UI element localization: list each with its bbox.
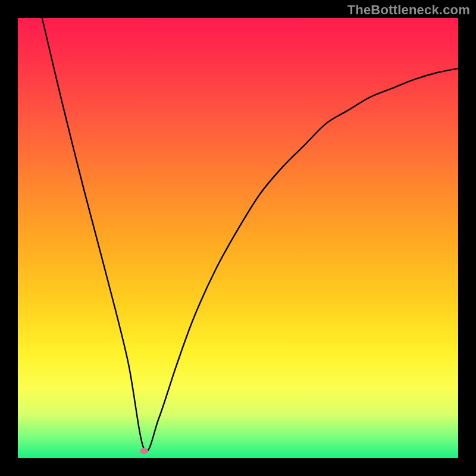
watermark-text: TheBottleneck.com: [347, 2, 470, 18]
plot-area: [18, 18, 458, 458]
bottleneck-curve: [18, 18, 458, 458]
chart-frame: TheBottleneck.com: [0, 0, 476, 476]
optimum-marker: [140, 448, 148, 454]
curve-path: [42, 18, 458, 452]
